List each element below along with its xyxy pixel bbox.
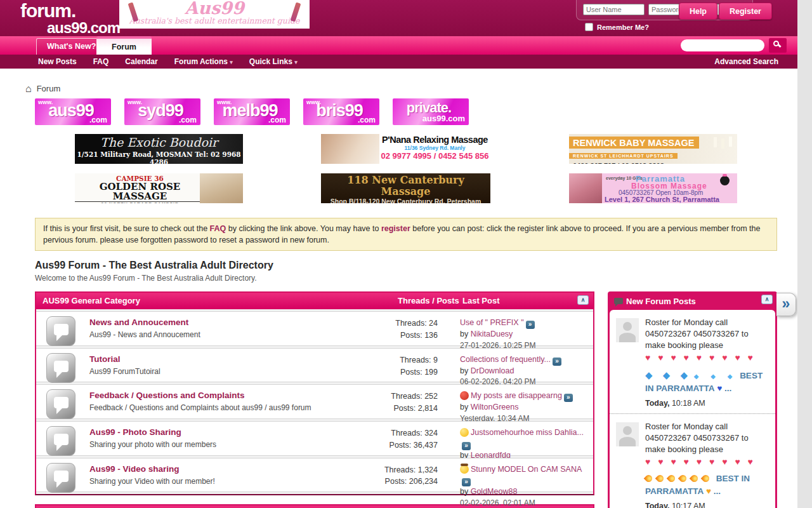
- last-post-user[interactable]: NikitaDuesy: [471, 330, 513, 338]
- banner-tagline: Australia's best adult entertainment gui…: [119, 17, 310, 25]
- last-post-user[interactable]: DrDownload: [471, 366, 514, 375]
- last-post-link[interactable]: Use of " PREFIX ": [460, 318, 524, 327]
- post-timestamp: Today, 10:18 AM: [645, 399, 768, 408]
- nav-faq[interactable]: FAQ: [93, 57, 109, 66]
- last-post-link[interactable]: My posts are disappearng: [471, 391, 562, 400]
- remember-me: Remember Me?: [585, 23, 753, 31]
- forum-icon: [46, 463, 75, 493]
- main-wrap: AUS99 General Category Threads / Posts L…: [35, 291, 797, 508]
- sidebar-toggle-button[interactable]: »: [776, 293, 796, 316]
- search-input[interactable]: [681, 39, 764, 51]
- forum-icon: [46, 316, 75, 346]
- smile-emoji-icon: [460, 428, 469, 437]
- forum-link[interactable]: News and Annoucement: [89, 318, 188, 327]
- flame-emoji-icon: [690, 474, 700, 484]
- goto-last-post-icon[interactable]: [553, 358, 561, 366]
- goto-last-post-icon[interactable]: [526, 321, 535, 329]
- category-title: AUS99 General Category: [43, 296, 140, 305]
- ad-golden-rose-massage[interactable]: CAMPSIE 36 GOLDEN ROSE MASSAGE 36 NORTH …: [75, 173, 243, 203]
- angry-emoji-icon: [460, 391, 469, 400]
- ad-banner-grid: The Exotic Boudoir 1/521 Military Road, …: [0, 134, 797, 211]
- forum-icon: [46, 353, 75, 383]
- ad-pnana-massage[interactable]: P'Nana Relaxing Massage 11/36 Sydney Rd.…: [321, 134, 490, 164]
- page: forum. aus99.com Aus99 Australia's best …: [0, 0, 797, 508]
- goto-last-post-icon[interactable]: [462, 442, 471, 450]
- sidebar-header: New Forum Posts: [610, 293, 775, 310]
- heart-emoji-row: ♥ ♥ ♥ ♥ ♥ ♥ ♥ ♥ ♥: [645, 455, 768, 469]
- sidebar-post: Roster for Monday call 0450723267 045073…: [610, 310, 775, 414]
- candle-photo: [729, 137, 732, 147]
- sidebar-post-link[interactable]: Roster for Monday call 0450723267 045073…: [645, 318, 768, 394]
- last-post-link[interactable]: Collections of frequently...: [460, 355, 551, 364]
- flame-emoji-icon: [667, 474, 677, 484]
- last-post-user[interactable]: GoldMeow88: [471, 487, 518, 496]
- ad-photo: [200, 173, 243, 203]
- help-button[interactable]: Help: [679, 3, 717, 20]
- flame-emoji-icon: [644, 474, 654, 484]
- goto-last-post-icon[interactable]: [564, 394, 573, 402]
- forum-stats: Threads: 1,324 Posts: 206,234: [315, 464, 438, 488]
- forum-list: AUS99 General Category Threads / Posts L…: [35, 291, 594, 508]
- column-last-post: Last Post: [462, 296, 500, 305]
- forum-link[interactable]: Aus99 - Photo Sharing: [89, 427, 181, 437]
- avatar: [616, 422, 639, 446]
- nav-quick-links[interactable]: Quick Links ▾: [249, 57, 298, 66]
- forum-stats: Threads: 252 Posts: 2,814: [315, 391, 438, 415]
- ad-canterbury-massage[interactable]: 118 New Canterbury Massage Shop B/118-12…: [321, 173, 490, 203]
- logo-line1: forum.: [20, 1, 120, 20]
- ad-exotic-boudoir[interactable]: The Exotic Boudoir 1/521 Military Road, …: [75, 134, 243, 164]
- forum-link[interactable]: Tutorial: [89, 354, 121, 364]
- gem-emoji-icon: ◆ ◆ ◆: [645, 370, 691, 380]
- last-post-user[interactable]: WiltonGreens: [471, 403, 519, 411]
- register-link[interactable]: register: [381, 224, 410, 233]
- forum-row: Aus99 - Photo Sharing Sharing your photo…: [36, 421, 593, 456]
- forum-icon: [46, 389, 75, 419]
- header-banner[interactable]: Aus99 Australia's best adult entertainme…: [119, 0, 310, 29]
- ad-blossom-massage[interactable]: everyday 10 Girls Parramatta Blossom Mas…: [569, 173, 737, 203]
- forum-icon: [46, 426, 75, 456]
- sidebar-body: Roster for Monday call 0450723267 045073…: [610, 310, 775, 508]
- banner-melb99[interactable]: www. melb99 .com: [214, 98, 290, 125]
- forum-link[interactable]: Feedback / Questions and Complaints: [89, 391, 245, 400]
- nav-forum-actions[interactable]: Forum Actions ▾: [174, 57, 233, 66]
- register-button[interactable]: Register: [719, 3, 772, 20]
- sidebar-post-link[interactable]: Roster for Monday call 0450723267 045073…: [645, 422, 768, 497]
- tab-forum[interactable]: Forum: [96, 36, 152, 55]
- tab-bar: What's New? Forum: [0, 36, 797, 55]
- avatar: [616, 318, 639, 342]
- site-banner-row: www. aus99 .com www. syd99 .com www. mel…: [35, 98, 797, 125]
- collapse-button[interactable]: [577, 295, 589, 305]
- last-post-link[interactable]: Stunny MODEL On CAM SANA: [471, 465, 582, 474]
- remember-checkbox[interactable]: [585, 23, 593, 31]
- banner-bris99[interactable]: www. bris99 .com: [303, 98, 379, 125]
- forum-stats: Threads: 9 Posts: 199: [315, 354, 438, 378]
- forum-row: Tutorial Aus99 ForumTutoiral Threads: 9 …: [36, 348, 593, 383]
- flame-emoji-icon: [701, 474, 711, 484]
- first-visit-notice: If this is your first visit, be sure to …: [35, 218, 777, 251]
- last-post-link[interactable]: Justsomehourhoe miss Dahlia...: [471, 428, 584, 437]
- nav-calendar[interactable]: Calendar: [125, 57, 157, 66]
- forum-row: Aus99 - Video sharing Sharing your Video…: [36, 458, 593, 493]
- nav-new-posts[interactable]: New Posts: [38, 57, 77, 66]
- category-header: SYD99 (All About Sydney) Threads / Posts…: [36, 505, 593, 508]
- forum-link[interactable]: Aus99 - Video sharing: [89, 464, 180, 474]
- goto-last-post-icon[interactable]: [462, 478, 471, 486]
- username-field[interactable]: [583, 4, 645, 15]
- banner-title: Aus99: [119, 0, 310, 17]
- search-button[interactable]: [769, 38, 787, 53]
- banner-private-aus99[interactable]: private. aus99.com: [393, 98, 469, 125]
- collapse-button[interactable]: [761, 295, 773, 304]
- logo-line2: aus99.com: [47, 20, 120, 36]
- breadcrumb-forum[interactable]: Forum: [37, 84, 61, 93]
- flame-emoji-icon: [678, 474, 688, 484]
- site-logo[interactable]: forum. aus99.com: [20, 1, 120, 36]
- faq-link[interactable]: FAQ: [210, 224, 226, 233]
- banner-aus99[interactable]: www. aus99 .com: [35, 98, 111, 125]
- home-icon[interactable]: ⌂: [25, 85, 32, 93]
- advanced-search-link[interactable]: Advanced Search: [714, 57, 778, 66]
- banner-syd99[interactable]: www. syd99 .com: [124, 98, 200, 125]
- ad-renwick-massage[interactable]: RENWICK BABY MASSAGE RENWICK ST LEICHHAR…: [569, 134, 737, 164]
- small-diamond-emoji-icon: ◆ ◆ ◆: [694, 373, 738, 380]
- ad-photo: [321, 134, 379, 164]
- nav-strip: New Posts FAQ Calendar Forum Actions ▾ Q…: [0, 55, 797, 69]
